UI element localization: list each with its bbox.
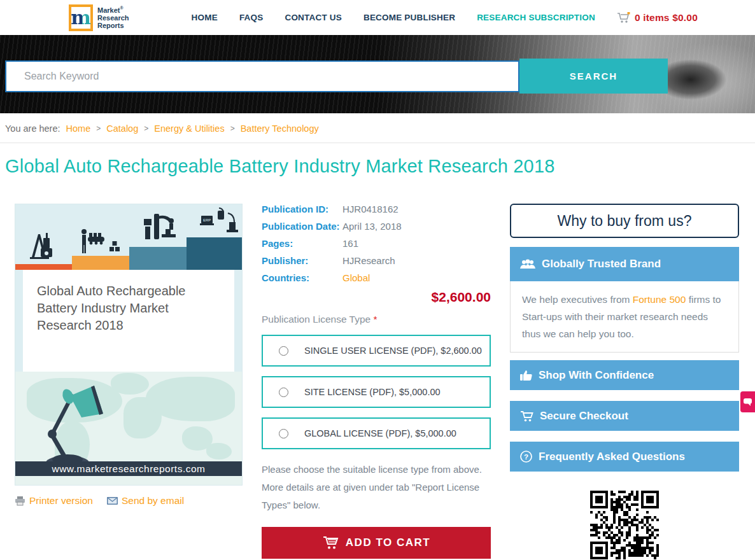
question-icon: ? [520, 451, 532, 463]
license-type-label: Publication License Type * [262, 314, 491, 325]
logo-m-icon: m [69, 4, 93, 31]
cover-website-banner: www.marketresearchreports.com [15, 461, 242, 476]
main-nav: HOME FAQS CONTACT US BECOME PUBLISHER RE… [192, 12, 698, 24]
cover-step-4 [187, 237, 242, 270]
license-option-global[interactable]: GLOBAL LICENSE (PDF), $5,000.00 [262, 417, 491, 449]
map-continent [206, 443, 232, 459]
license-radio-single-user[interactable] [279, 346, 288, 356]
nav-contact-us[interactable]: CONTACT US [285, 13, 342, 22]
cover-illustration: ERP [15, 204, 242, 270]
svg-text:?: ? [524, 453, 528, 461]
desk-lamp-icon [28, 377, 130, 472]
license-option-single-user[interactable]: SINGLE USER LICENSE (PDF), $2,600.00 [262, 335, 491, 367]
add-to-cart-button[interactable]: ADD TO CART [262, 527, 491, 559]
cover-title-panel: Global Auto Rechargeable Battery Industr… [15, 270, 242, 372]
users-icon [520, 259, 535, 270]
cover-title-text: Global Auto Rechargeable Battery Industr… [37, 283, 220, 334]
breadcrumb-battery-technology[interactable]: Battery Technology [241, 123, 319, 134]
share-links: Printer version Send by email [15, 495, 243, 507]
printer-version-link[interactable]: Printer version [15, 495, 93, 507]
nav-become-publisher[interactable]: BECOME PUBLISHER [363, 13, 455, 22]
countries-global-link[interactable]: Global [342, 272, 370, 283]
detail-row-publication-date: Publication Date: April 13, 2018 [262, 221, 491, 232]
svg-text:ERP: ERP [203, 218, 211, 222]
detail-row-publication-id: Publication ID: HJR0418162 [262, 204, 491, 214]
license-radio-global[interactable] [279, 429, 288, 438]
site-logo[interactable]: m Market® Research Reports [69, 4, 129, 31]
cover-step-1 [15, 264, 72, 270]
robot-arm-icon [143, 213, 181, 244]
banner-globally-trusted-brand[interactable]: Globally Trusted Brand [510, 247, 739, 281]
cover-step-3 [129, 247, 187, 270]
banner-shop-with-confidence[interactable]: Shop With Confidence [510, 360, 739, 390]
banner-faq[interactable]: ? Frequently Asked Questions [510, 442, 739, 472]
qr-code [590, 491, 659, 559]
product-image-column: ERP Global Auto Rechargeable Battery Ind… [15, 204, 243, 559]
search-input[interactable] [5, 60, 519, 92]
product-price: $2,600.00 [262, 290, 491, 305]
detail-row-publisher: Publisher: HJResearch [262, 255, 491, 266]
report-cover-image[interactable]: ERP Global Auto Rechargeable Battery Ind… [15, 204, 243, 486]
breadcrumb-energy-utilities[interactable]: Energy & Utilities [154, 123, 224, 134]
cart-icon [617, 12, 631, 24]
detail-row-pages: Pages: 161 [262, 238, 491, 249]
nav-research-subscription[interactable]: RESEARCH SUBSCRIPTION [477, 13, 595, 22]
printer-icon [15, 496, 25, 506]
license-note: Please choose the suitable license type … [262, 461, 491, 514]
breadcrumb-separator: > [96, 124, 101, 133]
why-buy-sidebar: Why to buy from us? Globally Trusted Bra… [510, 204, 739, 559]
nav-home[interactable]: HOME [192, 13, 218, 22]
speech-bubble-icon [744, 398, 752, 406]
map-continent [146, 377, 235, 421]
detail-row-countries: Countries: Global [262, 272, 491, 283]
send-by-email-link[interactable]: Send by email [107, 495, 184, 507]
oil-pumpjack-icon [28, 229, 64, 262]
product-details-column: Publication ID: HJR0418162 Publication D… [262, 204, 491, 559]
erp-laptop-icon: ERP [200, 207, 238, 235]
license-radio-site[interactable] [279, 388, 288, 397]
header-cart-link[interactable]: 0 items $0.00 [617, 12, 698, 24]
breadcrumb-prefix: You are here: [5, 123, 60, 134]
trusted-brand-description: We help executives from Fortune 500 firm… [510, 281, 739, 353]
hero-banner: SEARCH [0, 35, 755, 113]
license-option-site[interactable]: SITE LICENSE (PDF), $5,000.00 [262, 376, 491, 408]
breadcrumb: You are here: Home > Catalog > Energy & … [0, 113, 755, 134]
email-icon [107, 497, 118, 505]
top-header: m Market® Research Reports HOME FAQS CON… [0, 0, 755, 35]
add-to-cart-icon [322, 536, 339, 550]
thumbs-up-icon [520, 370, 532, 381]
breadcrumb-separator: > [230, 124, 235, 133]
worker-conveyor-icon [79, 228, 123, 255]
cart-white-icon [520, 410, 533, 422]
breadcrumb-home[interactable]: Home [66, 123, 91, 134]
sidebar-title: Why to buy from us? [510, 204, 739, 238]
page-title: Global Auto Rechargeable Battery Industr… [0, 143, 755, 177]
search-button[interactable]: SEARCH [519, 59, 668, 94]
cover-map-section: www.marketresearchreports.com [15, 372, 242, 485]
main-content: ERP Global Auto Rechargeable Battery Ind… [0, 204, 755, 559]
cart-count-text: 0 items $0.00 [635, 12, 698, 24]
logo-text: Market® Research Reports [97, 6, 129, 29]
cover-step-2 [72, 256, 129, 270]
breadcrumb-catalog[interactable]: Catalog [106, 123, 138, 134]
breadcrumb-separator: > [144, 124, 148, 133]
nav-faqs[interactable]: FAQS [239, 13, 264, 22]
fortune-500-link[interactable]: Fortune 500 [633, 294, 686, 305]
banner-secure-checkout[interactable]: Secure Checkout [510, 401, 739, 431]
chat-widget-button[interactable] [740, 391, 755, 412]
